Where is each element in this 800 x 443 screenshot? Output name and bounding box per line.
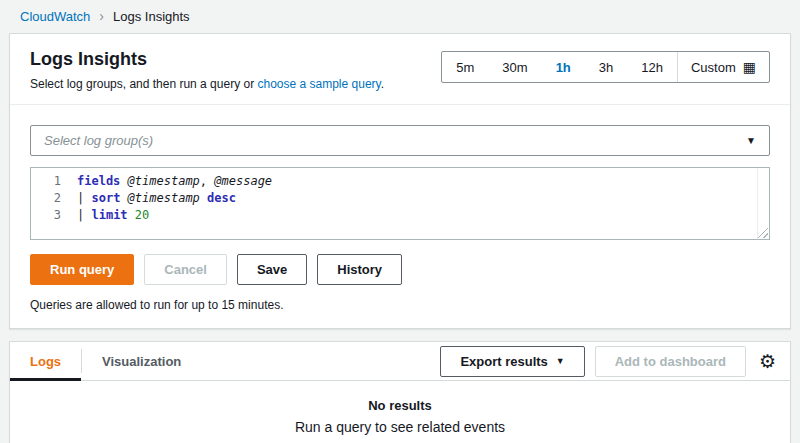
- code-token: 20: [135, 208, 149, 222]
- code-token: desc: [207, 191, 236, 205]
- subtitle-text: Select log groups, and then run a query …: [30, 77, 257, 91]
- empty-results-title: No results: [10, 398, 790, 413]
- breadcrumb: CloudWatch › Logs Insights: [0, 0, 800, 33]
- code-token: sort: [91, 191, 120, 205]
- code-token: limit: [91, 208, 127, 222]
- results-tabs-row: Logs Visualization Export results ▼ Add …: [10, 342, 790, 381]
- code-token: @timestamp: [128, 191, 200, 205]
- code-line: 1fields @timestamp, @message: [31, 173, 769, 190]
- code-token: fields: [77, 174, 120, 188]
- code-token: [128, 208, 135, 222]
- query-actions: Run query Cancel Save History: [30, 254, 770, 285]
- code-token: |: [77, 208, 91, 222]
- breadcrumb-link-cloudwatch[interactable]: CloudWatch: [20, 9, 90, 24]
- time-range-30m[interactable]: 30m: [488, 52, 541, 82]
- code-token: [200, 191, 207, 205]
- history-button[interactable]: History: [317, 254, 402, 285]
- code-token: [120, 191, 127, 205]
- export-results-label: Export results: [460, 354, 547, 369]
- resize-handle[interactable]: [757, 227, 768, 238]
- code-token: ,: [200, 174, 214, 188]
- breadcrumb-current-page: Logs Insights: [113, 9, 190, 24]
- empty-results-state: No results Run a query to see related ev…: [10, 381, 790, 435]
- cancel-button[interactable]: Cancel: [144, 254, 227, 285]
- line-number: 1: [31, 173, 69, 190]
- code-line: 3| limit 20: [31, 207, 769, 224]
- time-range-control: 5m 30m 1h 3h 12h Custom ▦: [441, 51, 770, 83]
- export-results-button[interactable]: Export results ▼: [440, 346, 584, 377]
- code-token: @timestamp: [128, 174, 200, 188]
- log-group-select[interactable]: Select log group(s) ▼: [30, 125, 770, 156]
- time-range-1h-selected[interactable]: 1h: [542, 52, 585, 82]
- query-limit-note: Queries are allowed to run for up to 15 …: [30, 298, 770, 312]
- code-token: @message: [214, 174, 272, 188]
- custom-label: Custom: [691, 60, 736, 75]
- time-range-3h[interactable]: 3h: [585, 52, 627, 82]
- time-range-custom[interactable]: Custom ▦: [677, 52, 769, 82]
- tab-visualization[interactable]: Visualization: [82, 342, 201, 380]
- sample-query-link[interactable]: choose a sample query: [257, 77, 380, 91]
- query-editor[interactable]: 1fields @timestamp, @message2| sort @tim…: [30, 167, 770, 240]
- line-number: 3: [31, 207, 69, 224]
- query-panel-body: Select log group(s) ▼ 1fields @timestamp…: [10, 105, 790, 328]
- log-group-placeholder: Select log group(s): [44, 133, 153, 148]
- chevron-down-icon: ▼: [746, 135, 756, 146]
- code-line: 2| sort @timestamp desc: [31, 190, 769, 207]
- save-button[interactable]: Save: [237, 254, 307, 285]
- empty-results-subtitle: Run a query to see related events: [10, 419, 790, 435]
- add-to-dashboard-button[interactable]: Add to dashboard: [595, 346, 746, 377]
- results-panel: Logs Visualization Export results ▼ Add …: [9, 341, 791, 443]
- code-token: |: [77, 191, 91, 205]
- chevron-right-icon: ›: [99, 9, 104, 23]
- time-range-12h[interactable]: 12h: [627, 52, 677, 82]
- line-number: 2: [31, 190, 69, 207]
- code-token: [120, 174, 127, 188]
- calendar-icon: ▦: [743, 60, 756, 74]
- query-panel-header: Logs Insights Select log groups, and the…: [10, 34, 790, 105]
- query-panel: Logs Insights Select log groups, and the…: [9, 33, 791, 329]
- editor-scrollbar-track: [757, 168, 758, 239]
- query-editor-lines: 1fields @timestamp, @message2| sort @tim…: [31, 173, 769, 224]
- chevron-down-icon: ▼: [556, 356, 565, 366]
- gear-icon[interactable]: ⚙: [759, 352, 776, 371]
- subtitle-suffix: .: [381, 77, 384, 91]
- time-range-5m[interactable]: 5m: [442, 52, 488, 82]
- tab-logs[interactable]: Logs: [10, 342, 81, 380]
- run-query-button[interactable]: Run query: [30, 254, 134, 285]
